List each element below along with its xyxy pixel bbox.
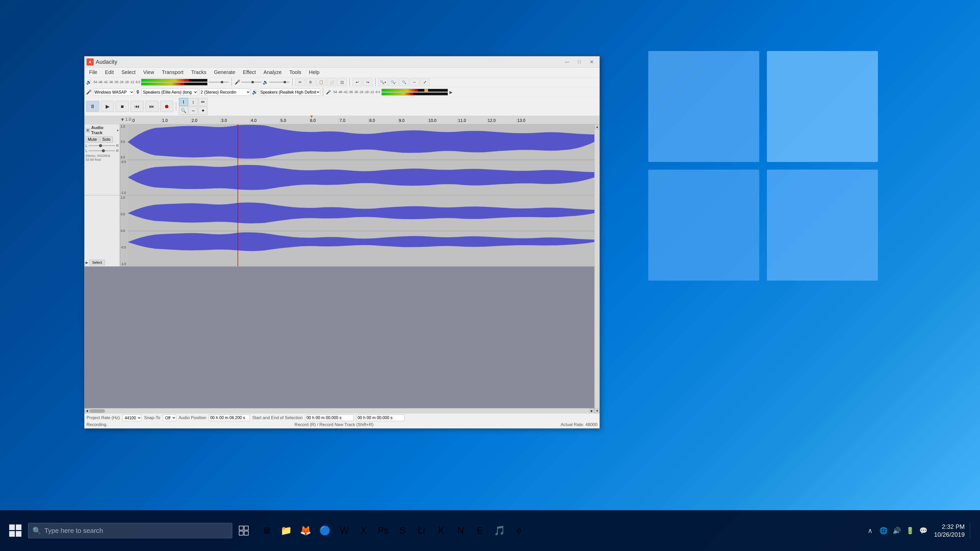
pause-button[interactable]: ⏸ <box>86 101 99 112</box>
taskbar-search[interactable]: 🔍 Type here to search <box>28 523 232 538</box>
taskbar-lightroom[interactable]: Lr <box>413 522 431 540</box>
out-thumb[interactable] <box>283 81 286 83</box>
menu-tracks[interactable]: Tracks <box>188 68 210 76</box>
scroll-h[interactable]: ◀ ▶ <box>84 408 594 413</box>
start-button[interactable] <box>5 520 25 541</box>
trim-btn[interactable]: ⬜ <box>327 78 336 86</box>
snap-to-select[interactable]: Off <box>163 414 176 421</box>
track-pan-slider[interactable] <box>89 150 115 151</box>
tray-network[interactable]: 🌐 <box>878 525 889 536</box>
scroll-h-thumb[interactable] <box>89 409 105 413</box>
volume-slider[interactable] <box>208 82 229 83</box>
cut-btn[interactable]: ✂ <box>295 78 305 86</box>
tray-chevron[interactable]: ∧ <box>865 525 876 536</box>
menu-select[interactable]: Select <box>118 68 139 76</box>
zoom-tool[interactable]: 🔍 <box>179 106 188 115</box>
track-volume-slider[interactable] <box>89 145 115 146</box>
y-label-1.0: 1.0 <box>121 125 127 128</box>
minimize-button[interactable]: — <box>561 58 573 66</box>
taskbar-kaspersky[interactable]: K <box>432 522 450 540</box>
clock[interactable]: 2:32 PM 10/26/2019 <box>934 523 965 538</box>
wasapi-select[interactable]: Windows WASAP <box>93 89 134 96</box>
menu-help[interactable]: Help <box>305 68 323 76</box>
audio-pos-input[interactable] <box>209 414 250 421</box>
zoom-all-btn[interactable]: ⤢ <box>420 78 430 86</box>
sel-end-input[interactable] <box>356 414 405 421</box>
silence-btn[interactable]: ◫ <box>337 78 347 86</box>
skip-fwd-button[interactable]: ⏭ <box>145 101 159 112</box>
record-button[interactable]: ⏺ <box>160 101 173 112</box>
taskbar-chrome[interactable]: 🔵 <box>316 522 334 540</box>
scroll-left-btn[interactable]: ◀ <box>84 408 89 413</box>
zoom-out-btn[interactable]: 🔍- <box>389 78 398 86</box>
tool-grid: I ↕ ✏ 🔍 ↔ ✦ <box>179 98 207 115</box>
taskbar-spotify[interactable]: 🎵 <box>490 522 508 540</box>
menu-transport[interactable]: Transport <box>158 68 187 76</box>
tray-msg[interactable]: 💬 <box>918 525 929 536</box>
tray-battery[interactable]: 🔋 <box>904 525 916 536</box>
menu-view[interactable]: View <box>140 68 158 76</box>
multi-tool[interactable]: ✦ <box>198 106 207 115</box>
menu-generate[interactable]: Generate <box>210 68 239 76</box>
zoom-in-btn[interactable]: 🔍+ <box>378 78 388 86</box>
copy-btn[interactable]: ⎘ <box>306 78 315 86</box>
task-view-btn[interactable] <box>235 522 253 540</box>
taskbar-excel[interactable]: X <box>355 522 372 540</box>
track-close-btn[interactable]: ✕ <box>86 128 90 133</box>
cursor-tool[interactable]: I <box>179 98 188 106</box>
taskbar-photoshop[interactable]: Ps <box>374 522 392 540</box>
track-volume-thumb[interactable] <box>99 144 102 147</box>
taskbar-explorer[interactable]: 🖥 <box>258 522 275 540</box>
stop-button[interactable]: ■ <box>116 101 129 112</box>
timeshift-tool[interactable]: ↔ <box>189 106 198 115</box>
menu-file[interactable]: File <box>86 68 101 76</box>
input-device-select[interactable]: Speakers (Elite Aero) (long <box>142 89 198 96</box>
taskbar-firefox[interactable]: 🦊 <box>297 522 314 540</box>
undo-btn[interactable]: ↩ <box>352 78 362 86</box>
project-rate-select[interactable]: 44100 <box>122 414 142 421</box>
output-device-select[interactable]: Speakers (Realtek High Definit... <box>259 89 320 96</box>
redo-btn[interactable]: ↪ <box>363 78 372 86</box>
scroll-down-btn[interactable]: ▼ <box>595 408 600 413</box>
zoom-sel-btn[interactable]: 🔍 <box>399 78 409 86</box>
sep2 <box>292 78 293 86</box>
solo-button[interactable]: Solo <box>100 137 113 143</box>
taskbar-onenote[interactable]: N <box>452 522 469 540</box>
show-desktop-btn[interactable] <box>970 523 975 538</box>
tray-icons: ∧ 🌐 🔊 🔋 💬 <box>865 525 929 536</box>
zoom-fit-btn[interactable]: ↔ <box>410 78 419 86</box>
taskbar-edge[interactable]: e <box>510 522 528 540</box>
track-menu-arrow[interactable]: ▾ <box>117 128 119 132</box>
menu-edit[interactable]: Edit <box>101 68 117 76</box>
menu-analyze[interactable]: Analyze <box>260 68 285 76</box>
taskbar-folder[interactable]: 📁 <box>277 522 295 540</box>
maximize-button[interactable]: □ <box>573 58 585 66</box>
sel-start-input[interactable] <box>305 414 354 421</box>
volume-slider-wrap <box>208 82 229 83</box>
tray-volume[interactable]: 🔊 <box>891 525 902 536</box>
channels-select[interactable]: 2 (Stereo) Recordin <box>199 89 250 96</box>
level-nums2: -54 -48 -42 -36 -30 -24 -18 -12 -6 0 <box>332 90 380 94</box>
play-button[interactable]: ▶ <box>101 101 114 112</box>
scroll-right-btn[interactable]: ▶ <box>589 408 594 413</box>
sep5 <box>323 88 323 96</box>
rec-slider[interactable] <box>241 82 262 83</box>
volume-thumb[interactable] <box>221 81 223 83</box>
skip-back-button[interactable]: ⏮ <box>130 101 144 112</box>
draw-tool[interactable]: ✏ <box>198 98 207 106</box>
rec-thumb[interactable] <box>251 81 254 83</box>
track-pan-thumb[interactable] <box>102 149 105 152</box>
select-button[interactable]: Select <box>89 260 105 265</box>
envelope-tool[interactable]: ↕ <box>189 98 198 106</box>
paste-btn[interactable]: 📋 <box>316 78 326 86</box>
menu-effect[interactable]: Effect <box>239 68 259 76</box>
menu-tools[interactable]: Tools <box>286 68 305 76</box>
mute-button[interactable]: Mute <box>86 137 99 143</box>
out-slider[interactable] <box>269 82 290 83</box>
close-button[interactable]: ✕ <box>586 58 597 66</box>
taskbar-evernote[interactable]: E <box>471 522 489 540</box>
taskbar-word[interactable]: W <box>335 522 353 540</box>
scroll-up-btn[interactable]: ▲ <box>595 124 600 129</box>
taskbar-slack[interactable]: S <box>393 522 411 540</box>
ruler-marks-container: 0 1.0 2.0 3.0 4.0 5.0 6.0 ▼ 7.0 8.0 9.0 … <box>132 116 594 124</box>
